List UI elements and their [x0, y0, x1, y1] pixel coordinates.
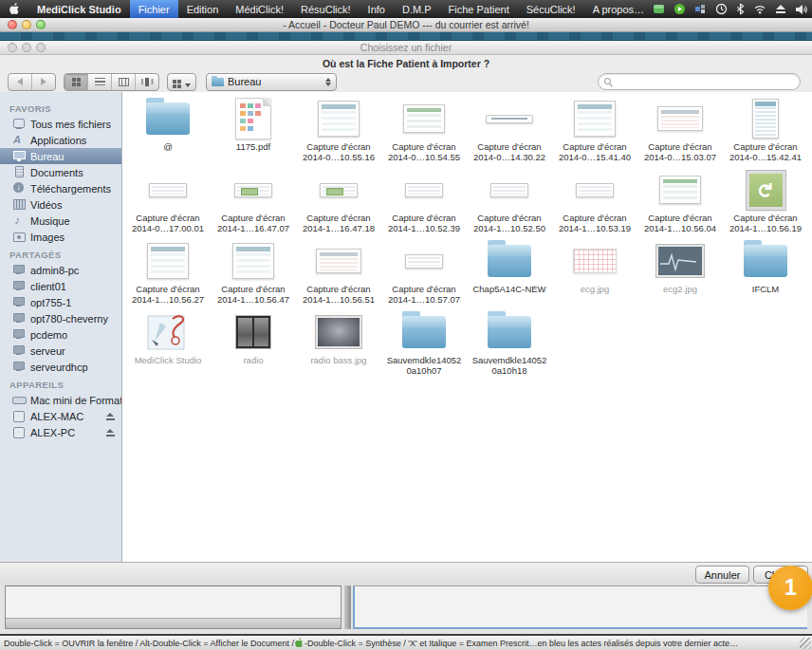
menu-item-fiche-patient[interactable]: Fiche Patient [440, 0, 518, 18]
file-item-ecg-jpg[interactable]: ecg.jpg [552, 237, 637, 308]
coverflow-view-icon [141, 78, 154, 86]
resize-grip[interactable] [800, 638, 811, 649]
file-name: Capture d'écran2014-0…10.54.55 [388, 142, 460, 162]
file-item-radio[interactable]: radio [211, 308, 296, 380]
file-item-ecg2-jpg[interactable]: ecg2.jpg [637, 237, 723, 308]
dialog-content: FAVORISTous mes fichiersApplicationsBure… [0, 92, 812, 562]
file-item-ifclm[interactable]: IFCLM [723, 237, 808, 308]
coverflow-view-button[interactable] [136, 74, 158, 90]
sidebar-item-t-l-chargements[interactable]: Téléchargements [0, 180, 121, 196]
eject-icon[interactable] [775, 4, 786, 14]
sidebar-item-alex-mac[interactable]: ALEX-MAC [0, 408, 121, 424]
cancel-button[interactable]: Annuler [695, 566, 749, 584]
file-item-capture-d-cran-2014-0-10-54-55[interactable]: Capture d'écran2014-0…10.54.55 [381, 95, 467, 166]
menu-item-s-cuclick[interactable]: SécuClick! [518, 0, 584, 18]
sidebar-item-vid-os[interactable]: Vidéos [0, 196, 121, 213]
sidebar-item-serveur[interactable]: serveur [0, 343, 121, 359]
sidebar-item-serveurdhcp[interactable]: serveurdhcp [0, 359, 121, 375]
sidebar-item-opt780-cheverny[interactable]: opt780-cheverny [0, 310, 121, 326]
sidebar-item-mac-mini-de-formation[interactable]: Mac mini de Formation [0, 392, 121, 408]
file-item-capture-d-cran-2014-0-15-03-07[interactable]: Capture d'écran2014-0…15.03.07 [637, 95, 723, 166]
file-item-sauvemdkle14052-0a10h07[interactable]: Sauvemdkle140520a10h07 [381, 308, 467, 380]
eject-icon[interactable] [106, 412, 115, 420]
display-share-icon[interactable] [694, 3, 707, 15]
file-thumbnail [147, 308, 189, 356]
play-badge-icon[interactable] [674, 3, 686, 15]
file-item-capture-d-cran-2014-1-10-52-50[interactable]: Capture d'écran2014-1…10.52.50 [467, 166, 552, 237]
location-popup[interactable]: Bureau [206, 73, 337, 91]
file-item-[interactable]: @ [125, 95, 211, 166]
file-item-chap5a14c-new[interactable]: Chap5A14C-NEW [467, 237, 552, 308]
sidebar-item-admin8-pc[interactable]: admin8-pc [0, 262, 121, 278]
menu-item-a-propos[interactable]: A propos… [584, 0, 653, 18]
menu-item-edition[interactable]: Edition [178, 0, 228, 18]
sidebar-item-opt755-1[interactable]: opt755-1 [0, 294, 121, 310]
file-item-capture-d-cran-2014-0-15-41-40[interactable]: Capture d'écran2014-0…15.41.40 [552, 95, 637, 166]
file-item-capture-d-cran-2014-1-10-56-19[interactable]: ↻Capture d'écran2014-1…10.56.19 [723, 166, 808, 237]
sidebar-item-pcdemo[interactable]: pcdemo [0, 326, 121, 343]
sharedpc-icon [12, 264, 26, 276]
menu-item-m-diclick[interactable]: MédiClick! [227, 0, 292, 18]
file-item-capture-d-cran-2014-1-16-47-18[interactable]: Capture d'écran2014-1…16.47.18 [296, 166, 381, 237]
zoom-window-button[interactable] [36, 20, 46, 29]
file-item-capture-d-cran-2014-0-15-42-41[interactable]: Capture d'écran2014-0…15.42.41 [723, 95, 808, 166]
file-item-capture-d-cran-2014-0-14-30-22[interactable]: Capture d'écran2014-0…14.30.22 [467, 95, 552, 166]
forward-button[interactable] [32, 74, 55, 90]
file-thumbnail [403, 95, 445, 142]
minimize-window-button[interactable] [22, 20, 31, 29]
list-view-button[interactable] [88, 74, 112, 90]
time-machine-icon[interactable] [715, 3, 728, 15]
dtp-badge-icon[interactable] [653, 3, 665, 15]
wifi-icon[interactable] [753, 4, 766, 14]
bluetooth-icon[interactable] [736, 3, 745, 15]
volume-icon[interactable] [795, 4, 808, 15]
sidebar-item-images[interactable]: Images [0, 229, 121, 245]
apple-menu-icon[interactable] [0, 3, 28, 15]
column-view-button[interactable] [112, 74, 136, 90]
desktop-icon [12, 150, 26, 162]
sidebar-item-bureau[interactable]: Bureau [0, 148, 121, 164]
file-item-capture-d-cran-2014-1-10-56-04[interactable]: Capture d'écran2014-1…10.56.04 [637, 166, 723, 237]
sidebar-item-documents[interactable]: Documents [0, 164, 121, 180]
file-item-sauvemdkle14052-0a10h18[interactable]: Sauvemdkle140520a10h18 [467, 308, 552, 380]
search-field[interactable] [598, 73, 801, 90]
file-item-capture-d-cran-2014-1-10-57-07[interactable]: Capture d'écran2014-1…10.57.07 [381, 237, 467, 308]
file-item-capture-d-cran-2014-1-10-52-39[interactable]: Capture d'écran2014-1…10.52.39 [381, 166, 467, 237]
sidebar-section-partag-s: PARTAGÉS [0, 245, 121, 262]
file-name: radio bass.jpg [310, 356, 366, 366]
horizontal-scrollbar[interactable] [6, 618, 341, 628]
sidebar-item-applications[interactable]: Applications [0, 132, 121, 148]
close-window-button[interactable] [8, 20, 17, 29]
file-item-radio-bass-jpg[interactable]: radio bass.jpg [296, 308, 381, 380]
file-name: Capture d'écran2014-0…15.03.07 [644, 142, 716, 162]
file-item-capture-d-cran-2014-0-17-00-01[interactable]: Capture d'écran2014-0…17.00.01 [125, 166, 211, 237]
file-item-mediclick-studio[interactable]: MediClick Studio [125, 308, 211, 380]
sidebar-item-tous-mes-fichiers[interactable]: Tous mes fichiers [0, 116, 121, 132]
file-item-capture-d-cran-2014-1-10-56-51[interactable]: Capture d'écran2014-1…10.56.51 [296, 237, 381, 308]
sidebar-item-label: Téléchargements [30, 183, 111, 195]
sidebar-item-client01[interactable]: client01 [0, 278, 121, 294]
menu-item-d-m-p[interactable]: D.M.P [394, 0, 440, 18]
menu-item-mediclick-studio[interactable]: MediClick Studio [28, 0, 130, 18]
sidebar-item-alex-pc[interactable]: ALEX-PC [0, 424, 121, 440]
eject-icon[interactable] [106, 428, 115, 436]
sidebar-item-label: opt780-cheverny [30, 313, 108, 325]
sidebar-item-musique[interactable]: Musique [0, 213, 121, 229]
file-item-capture-d-cran-2014-1-10-56-47[interactable]: Capture d'écran2014-1…10.56.47 [211, 237, 296, 308]
file-thumbnail [316, 237, 361, 285]
file-item-capture-d-cran-2014-1-10-56-27[interactable]: Capture d'écran2014-1…10.56.27 [125, 237, 211, 308]
file-item-capture-d-cran-2014-0-10-55-16[interactable]: Capture d'écran2014-0…10.55.16 [296, 95, 381, 166]
menu-item-r-suclick[interactable]: RésuClick! [292, 0, 360, 18]
menu-item-info[interactable]: Info [360, 0, 394, 18]
location-popup-label: Bureau [228, 76, 325, 87]
file-item-capture-d-cran-2014-1-16-47-07[interactable]: Capture d'écran2014-1…16.47.07 [211, 166, 296, 237]
menu-item-fichier[interactable]: Fichier [130, 0, 178, 18]
file-item-1175-pdf[interactable]: 1175.pdf [211, 95, 296, 166]
menu-status-area: lun. 10:58 [653, 3, 812, 15]
back-button[interactable] [9, 74, 32, 90]
file-thumbnail [234, 166, 272, 214]
dialog-button-bar: Annuler Choisir [0, 562, 812, 585]
icon-view-button[interactable] [65, 74, 88, 90]
file-item-capture-d-cran-2014-1-10-53-19[interactable]: Capture d'écran2014-1…10.53.19 [552, 166, 637, 237]
arrange-menu-button[interactable] [167, 73, 196, 91]
